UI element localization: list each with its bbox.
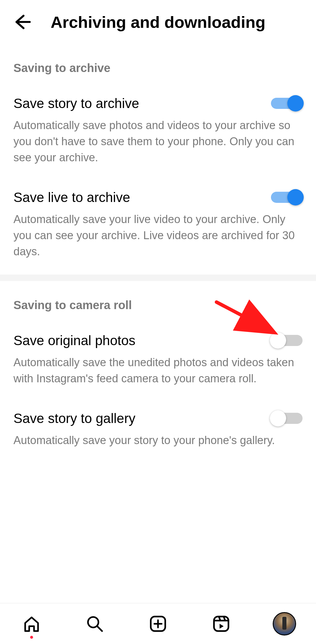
nav-home[interactable] [18,611,45,637]
section-header-camera-roll: Saving to camera roll [0,281,316,323]
svg-rect-6 [214,616,229,631]
reels-icon [212,614,231,633]
svg-line-2 [97,626,102,631]
nav-search[interactable] [82,611,108,637]
nav-home-notification-dot [30,636,33,639]
page-title: Archiving and downloading [12,13,304,32]
setting-save-original-photos: Save original photos [0,323,316,354]
setting-desc: Automatically save photos and videos to … [0,117,316,180]
setting-label: Save live to archive [13,189,130,205]
header-bar: Archiving and downloading [0,0,316,44]
setting-label: Save story to archive [13,95,139,111]
search-icon [85,614,104,633]
toggle-save-story-archive[interactable] [271,95,303,112]
setting-save-live-archive: Save live to archive [0,180,316,211]
plus-square-icon [148,614,168,633]
section-header-archive: Saving to archive [0,44,316,86]
nav-profile[interactable] [271,611,298,637]
nav-reels[interactable] [208,611,234,637]
section-divider [0,275,316,281]
setting-desc: Automatically save your live video to yo… [0,211,316,274]
toggle-save-story-gallery[interactable] [271,410,303,427]
setting-desc: Automatically save the unedited photos a… [0,354,316,401]
toggle-save-original-photos[interactable] [271,332,303,349]
nav-create[interactable] [145,611,171,637]
setting-desc: Automatically save your story to your ph… [0,432,316,463]
setting-save-story-gallery: Save story to gallery [0,401,316,432]
profile-avatar-icon [273,612,296,636]
setting-save-story-archive: Save story to archive [0,86,316,117]
setting-label: Save original photos [13,333,135,348]
settings-content: Saving to archive Save story to archive … [0,44,316,603]
home-icon [22,614,41,633]
setting-label: Save story to gallery [13,410,135,426]
bottom-nav [0,603,316,644]
toggle-save-live-archive[interactable] [271,189,303,205]
